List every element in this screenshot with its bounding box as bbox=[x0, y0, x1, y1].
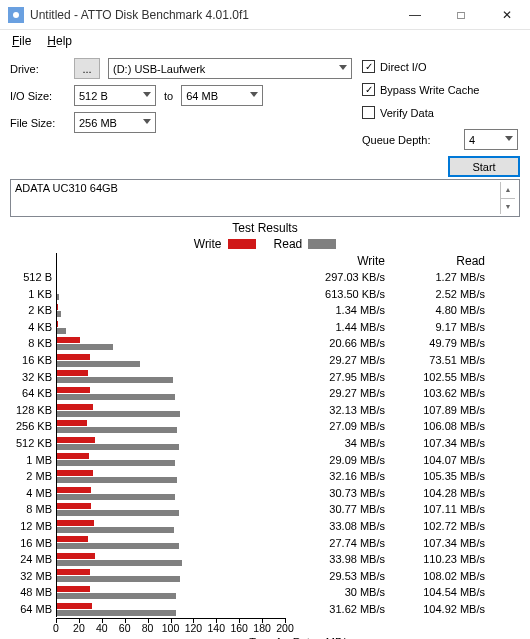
write-value: 30.77 MB/s bbox=[285, 501, 385, 518]
write-bar bbox=[56, 387, 90, 393]
spinner-up[interactable]: ▲ bbox=[501, 182, 515, 199]
io-from-value: 512 B bbox=[79, 90, 108, 102]
read-value: 102.72 MB/s bbox=[385, 518, 485, 535]
read-bar bbox=[56, 543, 179, 549]
read-bar bbox=[56, 344, 113, 350]
checkbox-icon: ✓ bbox=[362, 60, 375, 73]
write-bar bbox=[56, 354, 90, 360]
verify-data-label: Verify Data bbox=[380, 107, 434, 119]
write-bar bbox=[56, 569, 90, 575]
write-bar bbox=[56, 487, 91, 493]
chart-row bbox=[56, 269, 285, 286]
minimize-button[interactable]: — bbox=[392, 0, 438, 29]
drive-browse-button[interactable]: ... bbox=[74, 58, 100, 79]
read-bar bbox=[56, 411, 180, 417]
chevron-down-icon bbox=[339, 65, 347, 70]
queue-select[interactable]: 4 bbox=[464, 129, 518, 150]
read-bar bbox=[56, 560, 182, 566]
write-bar bbox=[56, 503, 91, 509]
direct-io-label: Direct I/O bbox=[380, 61, 426, 73]
y-label: 8 KB bbox=[10, 335, 52, 352]
spinner-down[interactable]: ▼ bbox=[501, 199, 515, 215]
chart-row bbox=[56, 302, 285, 319]
chart-row bbox=[56, 369, 285, 386]
read-value: 104.92 MB/s bbox=[385, 601, 485, 618]
x-tick-label: 140 bbox=[208, 622, 226, 634]
read-bar bbox=[56, 328, 66, 334]
chart-row bbox=[56, 319, 285, 336]
read-bar bbox=[56, 477, 177, 483]
y-label: 64 KB bbox=[10, 385, 52, 402]
read-value: 1.27 MB/s bbox=[385, 269, 485, 286]
read-bar bbox=[56, 610, 176, 616]
checkbox-icon bbox=[362, 106, 375, 119]
results-grid: 512 B1 KB2 KB4 KB8 KB16 KB32 KB64 KB128 … bbox=[10, 253, 520, 617]
read-bar bbox=[56, 361, 140, 367]
write-value: 29.53 MB/s bbox=[285, 568, 385, 585]
io-to-value: 64 MB bbox=[186, 90, 218, 102]
write-bar bbox=[56, 586, 90, 592]
read-value: 108.02 MB/s bbox=[385, 568, 485, 585]
menu-bar: File Help bbox=[0, 30, 530, 54]
verify-data-checkbox[interactable]: Verify Data bbox=[362, 106, 520, 119]
write-value: 34 MB/s bbox=[285, 435, 385, 452]
read-bar bbox=[56, 460, 175, 466]
io-to-select[interactable]: 64 MB bbox=[181, 85, 263, 106]
app-icon bbox=[8, 7, 24, 23]
io-from-select[interactable]: 512 B bbox=[74, 85, 156, 106]
write-bar bbox=[56, 453, 89, 459]
description-spinner: ▲ ▼ bbox=[500, 182, 515, 214]
y-label: 512 KB bbox=[10, 435, 52, 452]
chart-row bbox=[56, 352, 285, 369]
direct-io-checkbox[interactable]: ✓Direct I/O bbox=[362, 60, 520, 73]
chart-row bbox=[56, 452, 285, 469]
read-value: 9.17 MB/s bbox=[385, 319, 485, 336]
read-value: 2.52 MB/s bbox=[385, 286, 485, 303]
menu-help[interactable]: Help bbox=[41, 32, 78, 50]
chart-row bbox=[56, 535, 285, 552]
chart-row bbox=[56, 584, 285, 601]
maximize-button[interactable]: □ bbox=[438, 0, 484, 29]
y-label: 16 MB bbox=[10, 535, 52, 552]
legend-read-label: Read bbox=[274, 237, 303, 251]
chart-row bbox=[56, 551, 285, 568]
y-label: 16 KB bbox=[10, 352, 52, 369]
write-value: 30 MB/s bbox=[285, 584, 385, 601]
menu-file[interactable]: File bbox=[6, 32, 37, 50]
bypass-cache-label: Bypass Write Cache bbox=[380, 84, 479, 96]
read-bar bbox=[56, 576, 180, 582]
y-label: 4 KB bbox=[10, 319, 52, 336]
drive-select[interactable]: (D:) USB-Laufwerk bbox=[108, 58, 352, 79]
write-bar bbox=[56, 437, 95, 443]
y-label: 32 MB bbox=[10, 568, 52, 585]
x-tick-label: 180 bbox=[253, 622, 271, 634]
y-label: 1 KB bbox=[10, 286, 52, 303]
results-area: Test Results Write Read 512 B1 KB2 KB4 K… bbox=[10, 221, 520, 639]
write-bar bbox=[56, 553, 95, 559]
write-value: 20.66 MB/s bbox=[285, 335, 385, 352]
chart-row bbox=[56, 568, 285, 585]
read-bar bbox=[56, 444, 179, 450]
filesize-select[interactable]: 256 MB bbox=[74, 112, 156, 133]
write-bar bbox=[56, 404, 93, 410]
queue-value: 4 bbox=[469, 134, 475, 146]
read-value: 107.34 MB/s bbox=[385, 435, 485, 452]
read-bar bbox=[56, 510, 179, 516]
read-value: 49.79 MB/s bbox=[385, 335, 485, 352]
y-label: 2 KB bbox=[10, 302, 52, 319]
read-value: 104.07 MB/s bbox=[385, 452, 485, 469]
write-value: 297.03 KB/s bbox=[285, 269, 385, 286]
bypass-cache-checkbox[interactable]: ✓Bypass Write Cache bbox=[362, 83, 520, 96]
write-column: Write297.03 KB/s613.50 KB/s1.34 MB/s1.44… bbox=[285, 253, 385, 617]
close-button[interactable]: ✕ bbox=[484, 0, 530, 29]
title-bar: Untitled - ATTO Disk Benchmark 4.01.0f1 … bbox=[0, 0, 530, 30]
bar-chart bbox=[56, 253, 285, 617]
chart-row bbox=[56, 402, 285, 419]
description-textbox[interactable]: ADATA UC310 64GB ▲ ▼ bbox=[10, 179, 520, 217]
start-button[interactable]: Start bbox=[448, 156, 520, 177]
read-bar bbox=[56, 494, 175, 500]
write-bar bbox=[56, 520, 94, 526]
write-value: 1.34 MB/s bbox=[285, 302, 385, 319]
read-value: 104.54 MB/s bbox=[385, 584, 485, 601]
write-value: 30.73 MB/s bbox=[285, 485, 385, 502]
